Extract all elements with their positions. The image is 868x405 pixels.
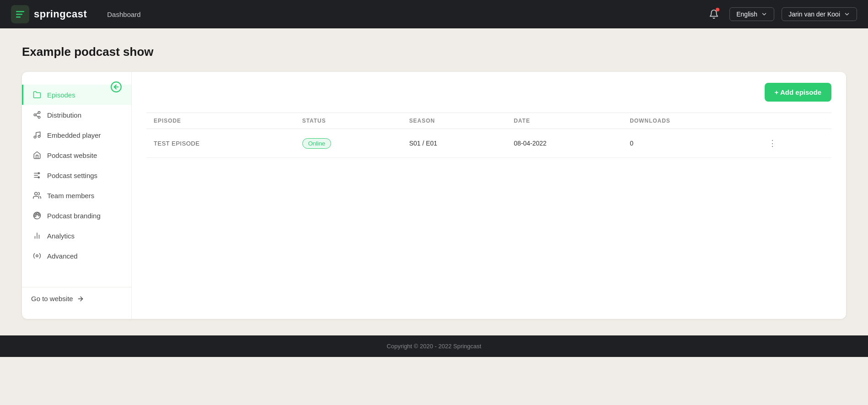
svg-point-19	[38, 214, 40, 216]
episodes-icon	[32, 90, 42, 99]
logo-area: springcast	[11, 5, 87, 23]
svg-rect-2	[16, 16, 21, 18]
topnav-right: English Jarin van der Kooi	[706, 6, 857, 22]
topnav: springcast Dashboard English Jarin van d…	[0, 0, 868, 28]
language-dropdown[interactable]: English	[729, 7, 774, 21]
main-card: Episodes Distribution	[22, 72, 846, 319]
logo-icon	[11, 5, 29, 23]
footer: Copyright © 2020 - 2022 Springcast	[0, 335, 868, 357]
episode-more-button[interactable]: ⋮	[765, 136, 780, 150]
advanced-icon	[32, 251, 42, 260]
notifications-button[interactable]	[706, 6, 722, 22]
svg-point-10	[34, 136, 36, 138]
episode-date: 08-04-2022	[506, 129, 622, 158]
episode-downloads: 0	[622, 129, 757, 158]
episodes-tbody: TEST EPISODE Online S01 / E01 08-04-2022…	[146, 129, 831, 158]
svg-line-8	[36, 115, 38, 117]
col-actions	[757, 113, 831, 129]
col-episode: EPISODE	[146, 113, 295, 129]
sidebar-item-podcast-branding[interactable]: Podcast branding	[22, 205, 131, 226]
analytics-icon	[32, 231, 42, 240]
sidebar-item-embedded-player[interactable]: Embedded player	[22, 125, 131, 145]
col-date: DATE	[506, 113, 622, 129]
episodes-table: EPISODE STATUS SEASON DATE DOWNLOADS TES…	[146, 113, 831, 158]
dashboard-link[interactable]: Dashboard	[107, 11, 140, 18]
podcast-website-icon	[32, 151, 42, 160]
page-title: Example podcast show	[22, 45, 846, 59]
distribution-icon	[32, 110, 42, 119]
sidebar-nav: Episodes Distribution	[22, 81, 131, 287]
go-to-website-link[interactable]: Go to website	[31, 295, 122, 302]
svg-rect-1	[16, 14, 22, 15]
episode-actions: ⋮	[757, 129, 831, 158]
col-season: SEASON	[402, 113, 507, 129]
status-badge: Online	[302, 138, 332, 149]
user-dropdown[interactable]: Jarin van der Kooi	[782, 7, 857, 21]
footer-text: Copyright © 2020 - 2022 Springcast	[387, 343, 482, 350]
sidebar-item-podcast-website[interactable]: Podcast website	[22, 145, 131, 165]
svg-line-9	[36, 113, 38, 114]
svg-rect-0	[16, 11, 24, 12]
col-status: STATUS	[295, 113, 402, 129]
embedded-player-icon	[32, 130, 42, 140]
main-header: + Add episode	[146, 83, 831, 102]
sidebar-item-distribution[interactable]: Distribution	[22, 105, 131, 125]
episode-name: TEST EPISODE	[146, 129, 295, 158]
sidebar-item-advanced[interactable]: Advanced	[22, 246, 131, 266]
episode-season: S01 / E01	[402, 129, 507, 158]
page-content: Example podcast show E	[0, 28, 868, 335]
svg-point-21	[34, 215, 36, 217]
sidebar-footer: Go to website	[22, 287, 131, 310]
svg-point-17	[35, 192, 38, 195]
sidebar-item-podcast-settings[interactable]: Podcast settings	[22, 165, 131, 185]
app-name: springcast	[34, 8, 87, 20]
sidebar-item-team-members[interactable]: Team members	[22, 185, 131, 205]
sidebar: Episodes Distribution	[22, 72, 132, 319]
main-area: + Add episode EPISODE STATUS SEASON DATE…	[132, 72, 846, 319]
sidebar-back-button[interactable]	[110, 81, 122, 94]
table-head: EPISODE STATUS SEASON DATE DOWNLOADS	[146, 113, 831, 129]
sidebar-item-analytics[interactable]: Analytics	[22, 226, 131, 246]
svg-point-25	[36, 255, 38, 257]
table-row: TEST EPISODE Online S01 / E01 08-04-2022…	[146, 129, 831, 158]
col-downloads: DOWNLOADS	[622, 113, 757, 129]
add-episode-button[interactable]: + Add episode	[765, 83, 831, 102]
svg-point-11	[38, 135, 40, 138]
podcast-settings-icon	[32, 171, 42, 180]
episode-status: Online	[295, 129, 402, 158]
podcast-branding-icon	[32, 211, 42, 220]
team-members-icon	[32, 191, 42, 200]
